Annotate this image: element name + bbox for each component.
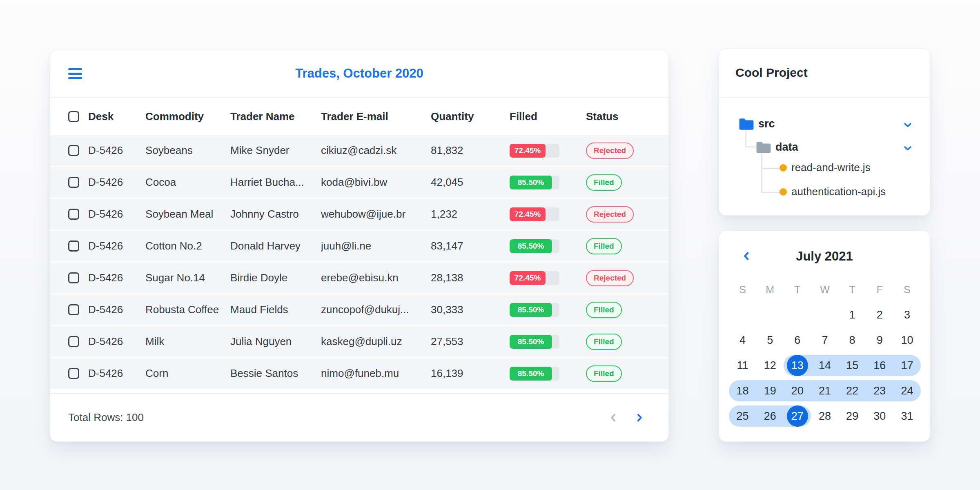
calendar-day[interactable]: 16 — [866, 353, 893, 378]
calendar-day[interactable]: 8 — [839, 327, 866, 353]
selected-day-circle[interactable]: 13 — [787, 355, 808, 376]
tree-folder-data[interactable]: data — [775, 141, 798, 154]
table-row[interactable]: D-5426CornBessie Santosnimo@funeb.mu16,1… — [50, 358, 668, 390]
table-row[interactable]: D-5426MilkJulia Nguyenkaskeg@dupli.uz27,… — [50, 326, 668, 358]
cell-filled: 85.50% — [510, 303, 586, 317]
cell-desk: D-5426 — [88, 176, 145, 189]
cell-desk: D-5426 — [88, 303, 145, 316]
selected-day-circle[interactable]: 27 — [787, 405, 808, 427]
calendar-day[interactable]: 5 — [756, 327, 784, 353]
calendar-day[interactable]: 3 — [893, 302, 921, 327]
calendar-empty-cell — [811, 302, 838, 327]
table-row[interactable]: D-5426SoybeansMike Snydercikiuz@cadzi.sk… — [50, 135, 668, 167]
calendar-day[interactable]: 20 — [784, 378, 811, 403]
calendar-day[interactable]: 15 — [839, 353, 866, 378]
column-header-desk: Desk — [88, 110, 145, 123]
cell-status: Filled — [586, 334, 668, 350]
table-row[interactable]: D-5426Soybean MealJohnny Castrowehubow@i… — [50, 199, 668, 231]
folder-icon[interactable] — [739, 118, 754, 131]
table-row[interactable]: D-5426Cotton No.2Donald Harveyjuuh@li.ne… — [50, 231, 668, 263]
calendar-day[interactable]: 27 — [784, 403, 811, 429]
tree-file-item[interactable]: authentication-api.js — [791, 185, 886, 198]
table-row[interactable]: D-5426Robusta CoffeeMaud Fieldszuncopof@… — [50, 294, 668, 326]
calendar-day[interactable]: 13 — [784, 353, 811, 378]
calendar-day[interactable]: 7 — [811, 327, 838, 353]
day-number: 7 — [822, 334, 828, 347]
calendar-day[interactable]: 23 — [866, 378, 893, 403]
cell-quantity: 27,553 — [431, 335, 510, 348]
calendar-weekday-label: M — [756, 277, 784, 302]
calendar-day[interactable]: 9 — [866, 327, 893, 353]
calendar-day[interactable]: 22 — [839, 378, 866, 403]
day-number: 8 — [849, 334, 855, 347]
progress-bar-fill: 85.50% — [510, 176, 552, 189]
table-row[interactable]: D-5426Sugar No.14Birdie Doyleerebe@ebisu… — [50, 263, 668, 294]
calendar-day[interactable]: 28 — [811, 403, 838, 429]
cell-desk: D-5426 — [88, 144, 145, 157]
cell-status: Rejected — [586, 206, 668, 223]
column-header-trader-name: Trader Name — [230, 110, 321, 123]
calendar-day[interactable]: 12 — [756, 353, 784, 378]
table-row[interactable]: D-5426CocoaHarriet Bucha...koda@bivi.bw4… — [50, 167, 668, 199]
chevron-down-icon[interactable] — [902, 119, 913, 131]
tree-connector — [745, 146, 756, 147]
calendar-day[interactable]: 6 — [784, 327, 811, 353]
cell-filled: 85.50% — [510, 176, 586, 189]
row-checkbox[interactable] — [68, 272, 79, 283]
next-page-chevron-right-icon[interactable] — [633, 412, 646, 424]
tree-folder-src[interactable]: src — [758, 118, 775, 130]
calendar-grid: SMTWTFS123456789101112131415161718192021… — [729, 277, 921, 429]
status-badge: Filled — [586, 334, 622, 350]
row-checkbox[interactable] — [68, 145, 79, 156]
row-checkbox[interactable] — [68, 177, 79, 188]
checkbox-icon[interactable] — [68, 111, 79, 122]
calendar-day[interactable]: 17 — [893, 353, 921, 378]
calendar-day[interactable]: 18 — [729, 378, 756, 403]
weekday-letter: M — [766, 284, 774, 296]
cell-trader-name: Julia Nguyen — [230, 335, 321, 348]
calendar-day[interactable]: 29 — [839, 403, 866, 429]
progress-bar-fill: 72.45% — [510, 207, 546, 221]
previous-page-chevron-left-icon[interactable] — [607, 412, 619, 424]
chevron-down-icon[interactable] — [902, 143, 913, 154]
calendar-day[interactable]: 4 — [729, 327, 756, 353]
row-checkbox-cell — [68, 209, 88, 220]
calendar-day[interactable]: 19 — [756, 378, 784, 403]
calendar-day[interactable]: 10 — [893, 327, 921, 353]
day-number: 10 — [901, 334, 913, 347]
calendar-card: July 2021 SMTWTFS12345678910111213141516… — [719, 231, 930, 442]
calendar-day[interactable]: 1 — [839, 302, 866, 327]
day-number: 18 — [737, 385, 749, 397]
calendar-day[interactable]: 26 — [756, 403, 784, 429]
cell-trader-email: kaskeg@dupli.uz — [321, 335, 431, 348]
cell-status: Rejected — [586, 143, 668, 159]
cell-desk: D-5426 — [88, 367, 145, 380]
status-badge: Filled — [586, 365, 622, 382]
tree-connector — [761, 154, 762, 193]
row-checkbox[interactable] — [68, 304, 79, 315]
column-header-filled: Filled — [510, 110, 586, 123]
calendar-day[interactable]: 31 — [893, 403, 921, 429]
calendar-day[interactable]: 21 — [811, 378, 838, 403]
calendar-day[interactable]: 30 — [866, 403, 893, 429]
select-all-checkbox[interactable] — [68, 111, 88, 122]
calendar-day[interactable]: 25 — [729, 403, 756, 429]
cell-trader-email: nimo@funeb.mu — [321, 367, 431, 380]
row-checkbox-cell — [68, 177, 88, 188]
day-number: 28 — [819, 410, 831, 423]
calendar-day[interactable]: 11 — [729, 353, 756, 378]
calendar-day[interactable]: 2 — [866, 302, 893, 327]
row-checkbox[interactable] — [68, 368, 79, 379]
row-checkbox[interactable] — [68, 209, 79, 220]
day-number: 23 — [873, 385, 886, 397]
row-checkbox[interactable] — [68, 241, 79, 252]
calendar-day[interactable]: 24 — [893, 378, 921, 403]
column-header-quantity: Quantity — [431, 110, 510, 123]
folder-icon[interactable] — [756, 141, 771, 154]
row-checkbox-cell — [68, 272, 88, 283]
table-body: D-5426SoybeansMike Snydercikiuz@cadzi.sk… — [50, 135, 668, 390]
tree-file-item[interactable]: read-and-write.js — [791, 161, 871, 174]
calendar-day[interactable]: 14 — [811, 353, 838, 378]
cell-filled: 85.50% — [510, 239, 586, 253]
row-checkbox[interactable] — [68, 336, 79, 347]
